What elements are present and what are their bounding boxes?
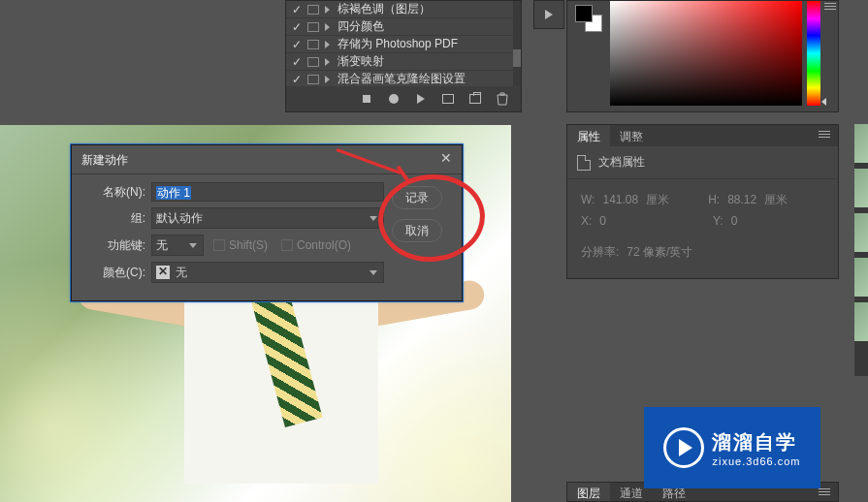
actions-panel: ✓ 棕褐色调（图层） ✓ 四分颜色 ✓ 存储为 Photoshop PDF ✓ … <box>285 0 522 112</box>
panel-menu-icon[interactable] <box>819 488 830 500</box>
record-button[interactable]: 记录 <box>392 186 442 209</box>
play-icon <box>545 10 553 19</box>
thumbnail[interactable] <box>854 258 868 297</box>
scrollbar-thumb[interactable] <box>513 49 521 67</box>
document-header: 文档属性 <box>567 146 838 179</box>
document-props-label: 文档属性 <box>598 154 645 171</box>
panel-menu-icon[interactable] <box>824 3 836 15</box>
dialog-title-bar[interactable]: 新建动作 ✕ <box>72 145 462 174</box>
action-label: 渐变映射 <box>338 53 384 70</box>
tab-layers[interactable]: 图层 <box>567 483 610 501</box>
tab-adjustments[interactable]: 调整 <box>610 125 653 146</box>
control-checkbox[interactable] <box>281 239 293 251</box>
width-label: W: <box>581 189 595 210</box>
actions-footer <box>286 86 521 111</box>
expand-icon[interactable] <box>325 6 330 14</box>
x-value: 0 <box>599 210 606 232</box>
shift-checkbox[interactable] <box>213 239 225 251</box>
watermark: 溜溜自学 zixue.3d66.com <box>644 407 820 488</box>
hue-slider[interactable] <box>807 1 820 106</box>
thumbnail[interactable] <box>854 213 868 252</box>
foreground-swatch[interactable] <box>575 5 593 22</box>
dialog-title: 新建动作 <box>81 153 128 167</box>
check-icon[interactable]: ✓ <box>290 38 304 51</box>
close-icon[interactable]: ✕ <box>438 151 454 167</box>
panel-menu-icon[interactable] <box>819 131 830 142</box>
check-icon[interactable]: ✓ <box>290 3 304 16</box>
name-input[interactable]: 动作 1 <box>151 182 384 202</box>
watermark-title: 溜溜自学 <box>712 429 800 455</box>
expand-icon[interactable] <box>325 76 330 83</box>
color-panel <box>566 0 839 112</box>
set-select[interactable]: 默认动作 <box>151 207 384 229</box>
record-icon[interactable] <box>387 92 401 106</box>
dialog-toggle-icon[interactable] <box>307 75 319 84</box>
action-label: 混合器画笔克隆绘图设置 <box>338 71 466 87</box>
y-label: Y: <box>713 210 723 232</box>
action-row[interactable]: ✓ 存储为 Photoshop PDF <box>286 36 521 53</box>
cancel-button[interactable]: 取消 <box>392 219 442 242</box>
height-unit: 厘米 <box>764 189 788 210</box>
action-label: 棕褐色调（图层） <box>338 1 431 17</box>
dialog-toggle-icon[interactable] <box>307 5 319 15</box>
new-action-icon[interactable] <box>468 92 482 106</box>
hue-indicator-icon <box>821 98 826 106</box>
shift-label: Shift(S) <box>229 238 268 252</box>
color-picker-field[interactable] <box>610 1 802 106</box>
expand-icon[interactable] <box>325 58 330 66</box>
actions-list: ✓ 棕褐色调（图层） ✓ 四分颜色 ✓ 存储为 Photoshop PDF ✓ … <box>286 1 521 88</box>
width-value: 141.08 <box>602 189 638 210</box>
action-label: 四分颜色 <box>338 18 384 35</box>
color-label: 颜色(C): <box>83 265 151 281</box>
stop-icon[interactable] <box>360 92 373 106</box>
trash-icon[interactable] <box>496 92 509 106</box>
action-row[interactable]: ✓ 四分颜色 <box>286 18 521 36</box>
new-set-icon[interactable] <box>441 92 455 106</box>
action-row[interactable]: ✓ 棕褐色调（图层） <box>286 1 521 18</box>
resolution-label: 分辨率: <box>581 241 619 263</box>
actions-scrollbar[interactable] <box>513 1 521 88</box>
thumbnail[interactable] <box>854 302 868 341</box>
thumbnail[interactable] <box>854 169 868 207</box>
action-label: 存储为 Photoshop PDF <box>338 36 458 52</box>
color-select[interactable]: ✕ 无 <box>151 262 384 283</box>
thumbnail-strip <box>854 124 868 376</box>
dialog-toggle-icon[interactable] <box>307 22 319 32</box>
thumbnail[interactable] <box>854 124 868 163</box>
properties-body: W:141.08厘米 H:88.12厘米 X:0 Y:0 分辨率:72 像素/英… <box>567 179 838 272</box>
check-icon[interactable]: ✓ <box>290 73 304 86</box>
watermark-play-icon <box>663 427 704 468</box>
check-icon[interactable]: ✓ <box>290 20 304 34</box>
check-icon[interactable]: ✓ <box>290 55 304 69</box>
none-color-icon: ✕ <box>156 266 170 279</box>
tab-properties[interactable]: 属性 <box>567 125 610 146</box>
set-label: 组: <box>83 210 151 227</box>
dialog-toggle-icon[interactable] <box>307 40 319 49</box>
width-unit: 厘米 <box>646 189 669 210</box>
height-label: H: <box>708 189 720 210</box>
watermark-url: zixue.3d66.com <box>712 455 800 467</box>
height-value: 88.12 <box>727 189 756 210</box>
properties-tabs: 属性 调整 <box>567 125 838 146</box>
control-label: Control(O) <box>297 238 351 252</box>
expand-icon[interactable] <box>325 41 330 48</box>
history-play-button[interactable] <box>533 0 564 29</box>
x-label: X: <box>581 210 592 232</box>
resolution-value: 72 像素/英寸 <box>627 241 692 263</box>
document-icon <box>577 155 591 171</box>
action-row[interactable]: ✓ 渐变映射 <box>286 53 521 71</box>
new-action-dialog: 新建动作 ✕ 名称(N): 动作 1 组: 默认动作 功能键: 无 Shift(… <box>71 144 463 301</box>
y-value: 0 <box>731 210 738 232</box>
expand-icon[interactable] <box>325 23 330 31</box>
name-label: 名称(N): <box>83 184 151 201</box>
fkey-select[interactable]: 无 <box>151 235 204 256</box>
play-icon[interactable] <box>414 92 428 106</box>
properties-panel: 属性 调整 文档属性 W:141.08厘米 H:88.12厘米 X:0 Y:0 … <box>566 124 839 279</box>
fkey-label: 功能键: <box>83 237 151 254</box>
dialog-toggle-icon[interactable] <box>307 57 319 67</box>
